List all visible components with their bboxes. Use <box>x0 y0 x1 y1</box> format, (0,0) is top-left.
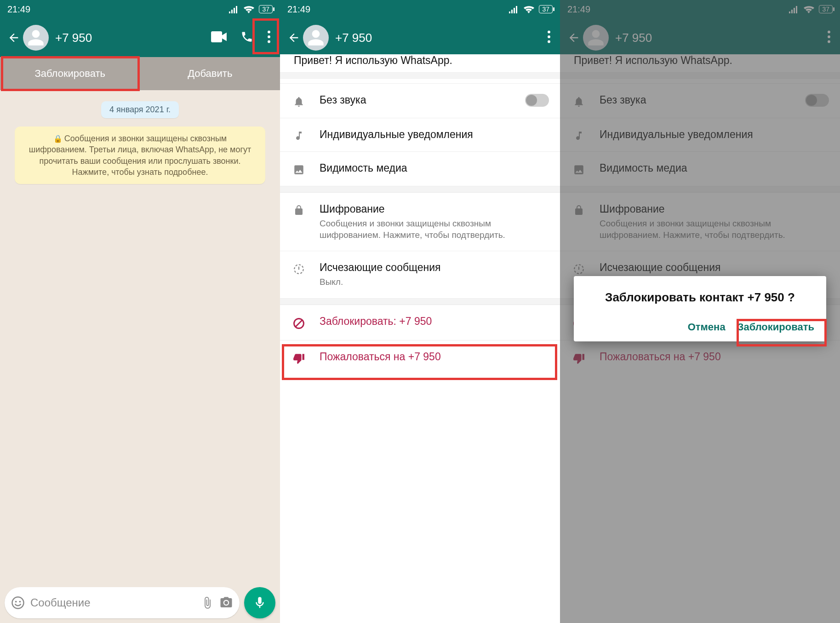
panel-contact-info: 21:49 37 +7 950 Привет! Я использую What… <box>280 0 560 623</box>
block-contact-label: Заблокировать: +7 950 <box>320 315 549 328</box>
encryption-notice[interactable]: 🔒Сообщения и звонки защищены сквозным ши… <box>15 127 265 184</box>
status-bar: 21:49 37 <box>0 0 280 18</box>
attach-icon[interactable] <box>201 596 214 609</box>
bell-icon <box>291 94 307 108</box>
image-icon <box>291 162 307 176</box>
status-bar: 21:49 37 <box>280 0 560 18</box>
block-icon <box>291 315 307 330</box>
svg-point-3 <box>12 597 24 609</box>
message-input-row: Сообщение <box>5 587 275 618</box>
battery-icon: 37 <box>259 5 273 13</box>
thumbs-down-icon <box>291 351 307 364</box>
svg-point-1 <box>268 35 270 38</box>
app-bar: +7 950 <box>280 18 560 57</box>
block-add-bar: Заблокировать Добавить <box>0 57 280 90</box>
encryption-sub: Сообщения и звонки защищены сквозным шиф… <box>320 218 549 241</box>
svg-point-7 <box>548 35 550 38</box>
block-button[interactable]: Заблокировать <box>0 57 140 90</box>
message-placeholder: Сообщение <box>30 596 195 609</box>
media-visibility-label: Видимость медиа <box>320 162 549 174</box>
more-menu-button[interactable] <box>547 30 551 45</box>
dialog-title: Заблокировать контакт +7 950 ? <box>586 290 814 306</box>
status-icons: 37 <box>509 5 553 13</box>
status-time: 21:49 <box>7 4 30 15</box>
app-bar: +7 950 <box>0 18 280 57</box>
status-time: 21:49 <box>287 4 310 15</box>
mute-item[interactable]: Без звука <box>280 83 560 118</box>
custom-notif-label: Индивидуальные уведомления <box>320 128 549 141</box>
signal-icon <box>509 5 519 13</box>
chat-body: 4 января 2021 г. 🔒Сообщения и звонки защ… <box>0 90 280 192</box>
svg-point-4 <box>15 601 17 603</box>
emoji-icon[interactable] <box>11 596 25 610</box>
panel-chat: 21:49 37 +7 950 <box>0 0 280 623</box>
dialog-cancel-button[interactable]: Отмена <box>688 321 726 333</box>
encryption-item[interactable]: Шифрование Сообщения и звонки защищены с… <box>280 192 560 251</box>
mute-switch[interactable] <box>525 94 549 107</box>
svg-point-2 <box>268 40 270 43</box>
block-contact-item[interactable]: Заблокировать: +7 950 <box>280 305 560 340</box>
svg-point-5 <box>19 601 21 603</box>
wifi-icon <box>523 5 534 13</box>
wifi-icon <box>243 5 254 13</box>
panel-block-dialog: 21:49 37 +7 950 Привет! Я использую What… <box>560 0 840 623</box>
status-icons: 37 <box>229 5 273 13</box>
back-button[interactable] <box>285 31 303 44</box>
battery-icon: 37 <box>539 5 553 13</box>
avatar[interactable] <box>23 25 49 51</box>
avatar[interactable] <box>303 25 329 51</box>
camera-icon[interactable] <box>219 596 233 610</box>
block-confirm-dialog: Заблокировать контакт +7 950 ? Отмена За… <box>574 276 826 341</box>
disappearing-item[interactable]: Исчезающие сообщения Выкл. <box>280 251 560 298</box>
message-input[interactable]: Сообщение <box>5 587 240 618</box>
lock-icon: 🔒 <box>53 135 63 143</box>
svg-line-11 <box>296 320 302 327</box>
disappearing-sub: Выкл. <box>320 277 549 288</box>
svg-point-0 <box>268 31 270 34</box>
back-button[interactable] <box>5 31 23 44</box>
encryption-label: Шифрование <box>320 203 549 215</box>
more-menu-button[interactable] <box>267 30 271 45</box>
mic-button[interactable] <box>244 587 275 618</box>
music-note-icon <box>291 128 307 141</box>
mute-label: Без звука <box>320 94 512 106</box>
contact-title[interactable]: +7 950 <box>335 31 547 45</box>
media-visibility-item[interactable]: Видимость медиа <box>280 151 560 186</box>
contact-title[interactable]: +7 950 <box>55 31 211 45</box>
voice-call-button[interactable] <box>240 30 253 45</box>
timer-icon <box>291 261 307 275</box>
svg-point-8 <box>548 40 550 43</box>
report-contact-item[interactable]: Пожаловаться на +7 950 <box>280 340 560 375</box>
custom-notifications-item[interactable]: Индивидуальные уведомления <box>280 118 560 151</box>
report-contact-label: Пожаловаться на +7 950 <box>320 351 549 363</box>
signal-icon <box>229 5 239 13</box>
lock-icon <box>291 203 307 216</box>
disappearing-label: Исчезающие сообщения <box>320 261 549 274</box>
about-text: Привет! Я использую WhatsApp. <box>280 54 560 72</box>
contact-info-body: Привет! Я использую WhatsApp. Без звука … <box>280 54 560 375</box>
add-button[interactable]: Добавить <box>140 57 280 90</box>
date-chip: 4 января 2021 г. <box>101 101 179 118</box>
svg-point-6 <box>548 31 550 34</box>
dialog-confirm-button[interactable]: Заблокировать <box>737 321 814 333</box>
video-call-button[interactable] <box>211 31 227 44</box>
